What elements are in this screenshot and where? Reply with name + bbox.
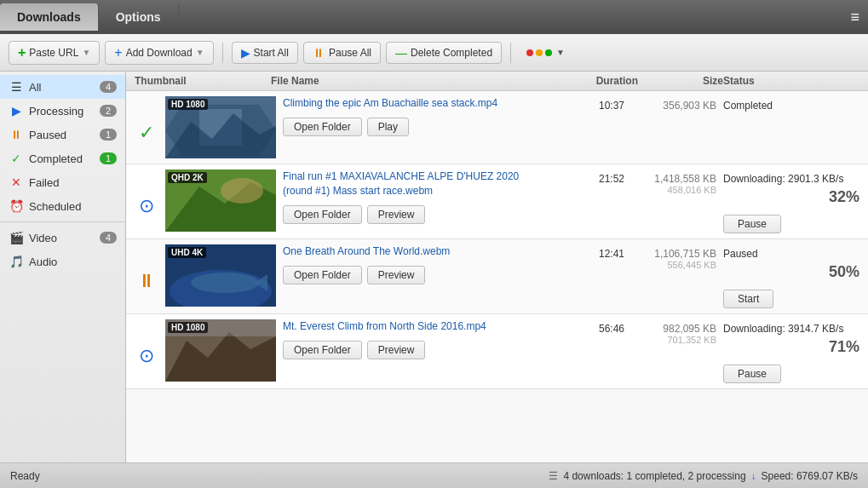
sidebar-item-all[interactable]: ☰ All 4	[0, 75, 125, 99]
svg-point-6	[221, 178, 263, 204]
sidebar-audio-label: Audio	[29, 255, 57, 268]
item-actions-1: Open Folder Play	[283, 118, 549, 136]
status-icon-1: ✓	[135, 96, 158, 144]
speed-icon: ↓	[751, 470, 756, 482]
status-text-4: Downloading: 3914.7 KB/s	[723, 323, 859, 335]
check-circle-icon: ✓	[139, 122, 154, 144]
open-folder-btn-1[interactable]: Open Folder	[283, 118, 362, 136]
add-download-button[interactable]: + Add Download ▼	[105, 41, 213, 65]
status-bar-right: ☰ 4 downloads: 1 completed, 2 processing…	[549, 470, 858, 482]
sidebar-item-failed[interactable]: ✕ Failed	[0, 170, 125, 194]
pause-circle-icon-3: ⏸	[137, 270, 156, 292]
thumbnail-3: UHD 4K	[165, 244, 276, 307]
downloads-list-icon: ☰	[549, 470, 558, 482]
item-actions-2: Open Folder Preview	[283, 205, 549, 224]
paste-url-button[interactable]: + Paste URL ▼	[9, 41, 100, 65]
sidebar-paused-label: Paused	[29, 129, 66, 141]
sidebar-item-scheduled[interactable]: ⏰ Scheduled	[0, 194, 125, 218]
download-item-2: ⊙ QHD 2K Final run #1 MAXIAVALANCHE ALPE…	[126, 164, 868, 239]
percent-3: 50%	[723, 263, 859, 281]
open-folder-btn-2[interactable]: Open Folder	[283, 205, 362, 224]
dot-red	[526, 49, 533, 56]
start-all-label: Start All	[254, 47, 289, 59]
table-header: Thumbnail File Name Duration Size Status	[126, 72, 868, 91]
sidebar-processing-label: Processing	[29, 105, 83, 118]
open-folder-btn-3[interactable]: Open Folder	[283, 266, 362, 284]
sidebar-all-label: All	[29, 81, 41, 94]
tab-options[interactable]: Options	[99, 3, 179, 31]
size-secondary-2: 458,016 KB	[631, 185, 716, 195]
pause-all-label: Pause All	[329, 47, 371, 59]
sidebar-item-processing[interactable]: ▶ Processing 2	[0, 99, 125, 123]
sidebar-item-paused[interactable]: ⏸ Paused 1	[0, 123, 125, 146]
separator-1	[222, 43, 223, 63]
thumbnail-4: HD 1080	[165, 319, 276, 382]
status-text-1: Completed	[723, 100, 859, 112]
item-info-4: Mt. Everest Climb from North Side 2016.m…	[283, 319, 549, 359]
dots-menu-button[interactable]: ▼	[520, 44, 572, 60]
size-2: 1,418,558 KB 458,016 KB	[631, 169, 716, 195]
sidebar-separator	[0, 221, 125, 222]
downloads-info: 4 downloads: 1 completed, 2 processing	[563, 470, 745, 482]
download-item-1: ✓ HD 1080 Climbing the epic Am Buachaill…	[126, 91, 868, 164]
status-col-4: Downloading: 3914.7 KB/s 71% Pause	[723, 319, 859, 383]
play-btn-1[interactable]: Play	[367, 118, 409, 136]
title-bar: Downloads Options ≡	[0, 0, 868, 34]
audio-icon: 🎵	[9, 255, 24, 268]
filename-4: Mt. Everest Climb from North Side 2016.m…	[283, 319, 549, 334]
delete-completed-button[interactable]: — Delete Completed	[386, 42, 502, 64]
sidebar: ☰ All 4 ▶ Processing 2 ⏸ Paused 1 ✓ Comp…	[0, 72, 126, 462]
delete-completed-label: Delete Completed	[411, 47, 492, 59]
filename-2: Final run #1 MAXIAVALANCHE ALPE D'HUEZ 2…	[283, 169, 549, 198]
sidebar-failed-label: Failed	[29, 176, 59, 189]
sidebar-video-badge: 4	[100, 232, 117, 244]
sidebar-item-video[interactable]: 🎬 Video 4	[0, 226, 125, 250]
start-all-button[interactable]: ▶ Start All	[232, 42, 298, 64]
thumbnail-2: QHD 2K	[165, 169, 276, 232]
duration-4: 56:46	[556, 319, 624, 335]
item-actions-3: Open Folder Preview	[283, 266, 549, 284]
open-folder-btn-4[interactable]: Open Folder	[283, 341, 362, 359]
duration-2: 21:52	[556, 169, 624, 185]
sidebar-item-audio[interactable]: 🎵 Audio	[0, 250, 125, 273]
paste-url-dropdown-icon[interactable]: ▼	[82, 48, 90, 57]
tab-downloads[interactable]: Downloads	[0, 3, 99, 31]
size-primary-4: 982,095 KB	[631, 323, 716, 335]
start-btn-3[interactable]: Start	[723, 290, 773, 308]
content-area: Thumbnail File Name Duration Size Status…	[126, 72, 868, 462]
sidebar-video-label: Video	[29, 232, 57, 244]
size-4: 982,095 KB 701,352 KB	[631, 319, 716, 345]
paste-url-label: Paste URL	[29, 47, 78, 59]
sidebar-paused-badge: 1	[100, 129, 117, 141]
add-download-label: Add Download	[126, 47, 193, 59]
percent-2: 32%	[723, 188, 859, 206]
size-primary-1: 356,903 KB	[631, 100, 716, 112]
preview-btn-4[interactable]: Preview	[367, 341, 426, 359]
size-secondary-4: 701,352 KB	[631, 335, 716, 345]
pause-all-button[interactable]: ⏸ Pause All	[303, 42, 381, 64]
quality-badge-2: QHD 2K	[168, 172, 207, 183]
svg-point-9	[191, 273, 259, 293]
quality-badge-3: UHD 4K	[168, 247, 206, 258]
col-size: Size	[638, 75, 723, 87]
col-filename: File Name	[271, 75, 570, 87]
play-circle-icon-4: ⊙	[139, 345, 154, 367]
speed-info: Speed: 6769.07 KB/s	[762, 470, 858, 482]
preview-btn-2[interactable]: Preview	[367, 205, 426, 224]
play-circle-icon-2: ⊙	[139, 195, 154, 217]
dot-orange	[536, 49, 543, 56]
preview-btn-3[interactable]: Preview	[367, 266, 426, 284]
pause-btn-2[interactable]: Pause	[723, 215, 781, 233]
status-bar: Ready ☰ 4 downloads: 1 completed, 2 proc…	[0, 462, 868, 488]
size-primary-3: 1,106,715 KB	[631, 248, 716, 260]
sidebar-item-completed[interactable]: ✓ Completed 1	[0, 146, 125, 170]
pause-btn-4[interactable]: Pause	[723, 365, 781, 383]
item-info-1: Climbing the epic Am Buachaille sea stac…	[283, 96, 549, 136]
sidebar-completed-label: Completed	[29, 152, 83, 165]
all-icon: ☰	[9, 80, 24, 94]
status-col-1: Completed	[723, 96, 859, 112]
processing-icon: ▶	[9, 104, 24, 118]
status-col-2: Downloading: 2901.3 KB/s 32% Pause	[723, 169, 859, 233]
menu-icon[interactable]: ≡	[850, 9, 868, 26]
add-download-dropdown-icon[interactable]: ▼	[196, 48, 204, 57]
